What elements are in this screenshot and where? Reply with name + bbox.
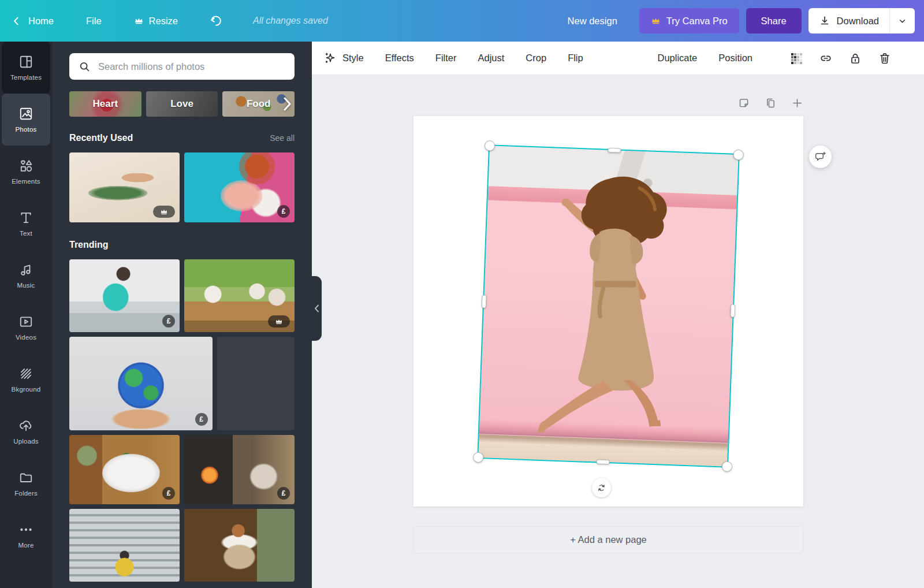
jumping-woman-figure (478, 146, 738, 466)
download-icon (819, 15, 830, 27)
music-icon (18, 262, 33, 277)
toolbar-effects-button[interactable]: Effects (385, 53, 414, 64)
folders-icon (18, 470, 33, 485)
pro-crown-badge (268, 315, 290, 328)
recently-used-grid: £ (69, 152, 295, 222)
link-button[interactable] (819, 51, 833, 65)
sidebar-item-label: Videos (16, 334, 36, 341)
panel-collapse-button[interactable] (312, 276, 322, 341)
search-bar[interactable] (69, 53, 295, 80)
toolbar-crop-button[interactable]: Crop (526, 53, 546, 64)
photo-woman-by-fireplace[interactable]: £ (184, 435, 295, 504)
resize-handle-bottom[interactable] (596, 459, 609, 464)
sidebar-item-folders[interactable]: Folders (2, 457, 50, 509)
photo-man-preparing-food-kitchen[interactable]: £ (69, 259, 180, 332)
sidebar-item-photos[interactable]: Photos (2, 94, 50, 146)
toolbar-style-button[interactable]: Style (323, 51, 364, 65)
toolbar-position-button[interactable]: Position (718, 53, 752, 64)
copy-icon (765, 97, 777, 109)
crown-gold-icon (651, 16, 661, 26)
rotate-handle[interactable] (592, 478, 611, 497)
add-comment-button[interactable] (809, 146, 832, 168)
sidebar-item-text[interactable]: Text (2, 198, 50, 250)
lock-button[interactable] (848, 51, 862, 65)
page-actions (413, 97, 803, 109)
sidebar-item-videos[interactable]: Videos (2, 302, 50, 353)
add-notes-button[interactable] (738, 97, 750, 109)
sidebar-item-label: Bkground (12, 386, 41, 393)
photo-woman-back-pink-wall[interactable] (217, 337, 295, 430)
try-canva-pro-button[interactable]: Try Canva Pro (639, 8, 739, 34)
sidebar-item-label: More (18, 542, 33, 549)
photos-panel: HeartLoveFood Recently Used See all £ Tr… (52, 42, 312, 588)
recently-used-title: Recently Used (69, 133, 133, 143)
resize-handle-bottom-left[interactable] (473, 452, 484, 463)
toolbar-adjust-button[interactable]: Adjust (478, 53, 505, 64)
try-pro-label: Try Canva Pro (666, 16, 728, 27)
transparency-icon (789, 51, 803, 65)
videos-icon (18, 314, 33, 329)
delete-button[interactable] (878, 51, 892, 65)
photo-hand-holding-palm-leaf[interactable] (69, 152, 180, 222)
toolbar-duplicate-button[interactable]: Duplicate (658, 53, 698, 64)
resize-handle-top-right[interactable] (733, 150, 744, 161)
trending-grid: ££££ (69, 259, 295, 582)
toolbar-label: Adjust (478, 53, 505, 64)
category-chips: HeartLoveFood (69, 91, 295, 117)
toolbar-filter-button[interactable]: Filter (435, 53, 457, 64)
new-design-button[interactable]: New design (568, 16, 617, 27)
sidebar-item-elements[interactable]: Elements (2, 146, 50, 198)
note-icon (738, 97, 750, 109)
chip-heart[interactable]: Heart (69, 91, 141, 117)
undo-button[interactable] (209, 14, 223, 28)
price-badge: £ (195, 413, 208, 426)
resize-handle-left[interactable] (482, 295, 487, 308)
canvas-page[interactable] (413, 116, 803, 507)
share-button[interactable]: Share (746, 8, 802, 34)
sidebar-item-label: Photos (15, 126, 36, 133)
sidebar-item-music[interactable]: Music (2, 250, 50, 302)
add-page-icon-button[interactable] (791, 97, 803, 109)
chip-love[interactable]: Love (146, 91, 218, 117)
resize-handle-bottom-right[interactable] (722, 461, 733, 472)
resize-handle-right[interactable] (730, 304, 735, 317)
trending-title: Trending (69, 240, 109, 250)
trending-row (69, 509, 295, 582)
canvas-toolbar: StyleEffectsFilterAdjustCropFlipDuplicat… (312, 42, 924, 75)
text-icon (18, 210, 33, 225)
toolbar-label: Filter (435, 53, 457, 64)
photo-person-yellow-jacket-blinds[interactable] (69, 509, 180, 582)
elements-icon (18, 158, 33, 173)
home-button[interactable]: Home (12, 16, 54, 27)
duplicate-page-button[interactable] (765, 97, 777, 109)
chips-next-button[interactable] (281, 96, 293, 112)
toolbar-flip-button[interactable]: Flip (568, 53, 583, 64)
photo-woman-jumping-pink-backdrop[interactable] (478, 146, 738, 466)
add-new-page-button[interactable]: + Add a new page (413, 526, 803, 553)
photo-hands-holding-earth-globe[interactable]: £ (69, 337, 213, 430)
photo-barista-in-apron[interactable] (184, 509, 295, 582)
sidebar-item-more[interactable]: More (2, 509, 50, 561)
trending-row: £ (69, 259, 295, 332)
photo-washing-greens-kitchen-sink[interactable]: £ (69, 435, 180, 504)
sidebar-item-label: Elements (12, 178, 40, 185)
photo-friends-outdoor-dinner[interactable] (184, 259, 295, 332)
transparency-button[interactable] (789, 51, 803, 65)
download-button[interactable]: Download (808, 8, 915, 34)
sidebar-item-uploads[interactable]: Uploads (2, 405, 50, 457)
resize-handle-top[interactable] (608, 148, 621, 153)
download-options-button[interactable] (889, 8, 915, 34)
photo-woman-with-rose-bouquet[interactable]: £ (184, 152, 295, 222)
background-icon (18, 366, 33, 381)
sidebar-item-label: Templates (10, 74, 42, 81)
file-menu[interactable]: File (86, 16, 102, 27)
search-input[interactable] (98, 61, 285, 72)
templates-icon (18, 54, 33, 69)
sidebar-item-templates[interactable]: Templates (2, 42, 50, 94)
back-chevron-icon (12, 16, 21, 26)
resize-menu[interactable]: Resize (134, 16, 178, 27)
sidebar-item-background[interactable]: Bkground (2, 353, 50, 405)
lock-icon (848, 51, 862, 65)
toolbar-label: Effects (385, 53, 414, 64)
see-all-link[interactable]: See all (270, 133, 295, 143)
